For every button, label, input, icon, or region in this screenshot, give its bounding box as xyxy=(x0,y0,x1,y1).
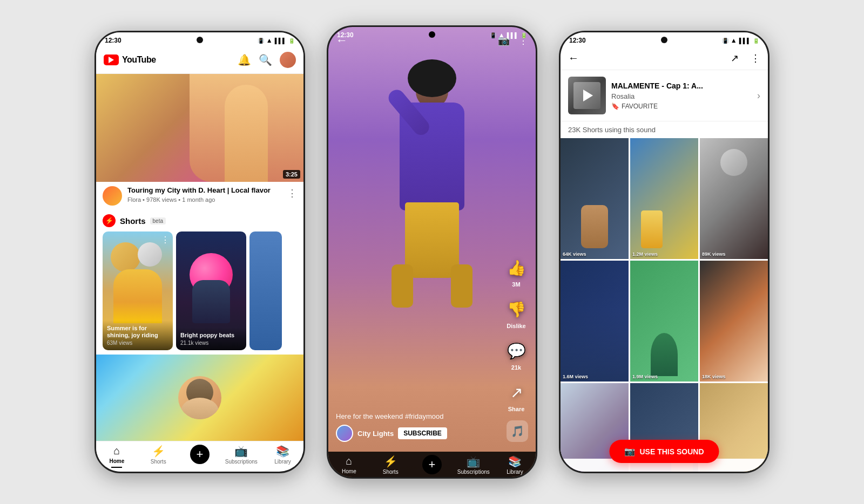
add-button[interactable]: + xyxy=(190,445,210,464)
like-count: 3M xyxy=(512,281,520,288)
avatar[interactable] xyxy=(280,52,296,68)
yt-logo-text: YouTube xyxy=(122,55,156,65)
clip-views-6: 18K views xyxy=(702,374,726,379)
search-icon[interactable]: 🔍 xyxy=(259,53,272,66)
nav-library[interactable]: 📚 Library xyxy=(262,445,303,465)
use-sound-container: 📷 USE THIS SOUND xyxy=(561,459,768,472)
add-button-2[interactable]: + xyxy=(422,455,442,474)
subscriptions-icon: 📺 xyxy=(234,445,248,458)
shorts-logo-icon: ⚡ xyxy=(103,214,116,227)
sound-artist: Rosalia xyxy=(611,92,752,100)
status-bar-1: 12:30 📳 ▲ ▌▌▌ 🔋 xyxy=(96,32,303,46)
signal-icon-3: ▌▌▌ xyxy=(739,38,751,44)
video-title[interactable]: Touring my City with D. Heart | Local fl… xyxy=(127,186,271,195)
more-icon-3[interactable]: ⋮ xyxy=(751,52,760,64)
nav-shorts-label-2: Shorts xyxy=(383,469,399,475)
status-bar-3: 12:30 📳 ▲ ▌▌▌ 🔋 xyxy=(561,32,768,46)
nav-add-2[interactable]: + xyxy=(411,455,453,475)
status-icons-1: 📳 ▲ ▌▌▌ 🔋 xyxy=(258,37,295,44)
short-card-3-partial[interactable] xyxy=(249,231,282,350)
phone-1-screen: 12:30 📳 ▲ ▌▌▌ 🔋 YouTube 🔔 🔍 xyxy=(96,32,303,472)
library-icon-2: 📚 xyxy=(508,455,522,468)
clip-views-1: 64K views xyxy=(563,251,586,257)
player-caption: Here for the weekend #fridaymood xyxy=(336,412,498,420)
bookmark-icon: 🔖 xyxy=(611,103,619,110)
sound-thumbnail[interactable] xyxy=(568,77,606,114)
player-channel: City Lights SUBSCRIBE xyxy=(336,425,498,442)
nav-subs-2[interactable]: 📺 Subscriptions xyxy=(453,455,494,475)
back-icon-3[interactable]: ← xyxy=(568,52,579,64)
yt-header: YouTube 🔔 🔍 xyxy=(96,46,303,74)
nav-home-label-2: Home xyxy=(342,468,356,474)
player-channel-name: City Lights xyxy=(357,430,394,438)
more-options-icon[interactable]: ⋮ xyxy=(287,186,297,199)
comments-button[interactable]: 💬 21k xyxy=(504,339,528,371)
dislike-button[interactable]: 👎 Dislike xyxy=(504,297,528,329)
punch-hole-2 xyxy=(429,31,435,38)
subscribe-button[interactable]: SUBSCRIBE xyxy=(398,427,447,439)
clip-views-3: 89K views xyxy=(702,251,726,257)
clip-views-5: 1.9M views xyxy=(632,374,658,379)
player-bottom-info: Here for the weekend #fridaymood City Li… xyxy=(336,412,498,442)
chevron-right-icon[interactable]: › xyxy=(757,90,760,101)
sound-clip-1[interactable]: 64K views xyxy=(561,138,629,259)
nav-home[interactable]: ⌂ Home xyxy=(96,445,138,465)
video-meta: Flora • 978K views • 1 month ago xyxy=(127,196,271,203)
video-duration: 3:25 xyxy=(283,170,300,179)
like-button[interactable]: 👍 3M xyxy=(504,256,528,288)
short-card-2[interactable]: Bright poppy beats 21.1k views xyxy=(176,231,246,350)
nav-add[interactable]: + xyxy=(179,445,221,465)
share-icon-3[interactable]: ↗ xyxy=(731,52,739,64)
play-icon xyxy=(583,90,593,101)
phone-2: 12:30 📳 ▲ ▌▌▌ 🔋 ← 📷 ⋮ 👍 xyxy=(327,25,537,479)
use-sound-button[interactable]: 📷 USE THIS SOUND xyxy=(609,440,719,463)
big-thumbnail[interactable] xyxy=(96,355,303,441)
sound-clip-6[interactable]: 18K views xyxy=(700,261,768,382)
vibrate-icon-3: 📳 xyxy=(722,38,728,44)
status-bar-2: 12:30 📳 ▲ ▌▌▌ 🔋 xyxy=(328,27,536,41)
status-icons-3: 📳 ▲ ▌▌▌ 🔋 xyxy=(722,37,759,44)
battery-icon-2: 🔋 xyxy=(521,32,527,38)
clip-views-4: 1.6M views xyxy=(563,374,588,379)
nav-library-2[interactable]: 📚 Library xyxy=(494,455,536,475)
nav-shorts[interactable]: ⚡ Shorts xyxy=(138,445,179,465)
music-icon-button[interactable]: 🎵 xyxy=(507,420,528,442)
vibrate-icon: 📳 xyxy=(258,38,264,44)
sound-clip-5[interactable]: 1.9M views xyxy=(630,261,698,382)
nav-subs-label-2: Subscriptions xyxy=(457,469,490,475)
share-label: Share xyxy=(508,406,525,412)
sound-favourite[interactable]: 🔖 FAVOURITE xyxy=(611,103,752,110)
clip-views-2: 1.2M views xyxy=(632,251,658,257)
channel-avatar[interactable] xyxy=(103,186,122,206)
comments-icon: 💬 xyxy=(504,339,528,363)
nav-subscriptions[interactable]: 📺 Subscriptions xyxy=(220,445,262,465)
notification-icon[interactable]: 🔔 xyxy=(238,53,251,66)
sound-info: MALAMENTE - Cap 1: A... Rosalia 🔖 FAVOUR… xyxy=(611,81,752,110)
wifi-icon-3: ▲ xyxy=(731,37,737,44)
player-avatar[interactable] xyxy=(336,425,353,442)
sound-clip-4[interactable]: 1.6M views xyxy=(561,261,629,382)
video-thumb[interactable] xyxy=(96,74,303,182)
video-details: Touring my City with D. Heart | Local fl… xyxy=(127,186,271,203)
phones-container: 12:30 📳 ▲ ▌▌▌ 🔋 YouTube 🔔 🔍 xyxy=(0,0,864,504)
wifi-icon: ▲ xyxy=(266,37,273,44)
signal-icon-2: ▌▌▌ xyxy=(507,32,518,38)
short-card-1[interactable]: ⋮ Summer is for shining, joy riding 63M … xyxy=(103,231,173,350)
short-card-title-2: Bright poppy beats xyxy=(180,332,242,339)
player-actions-right: 👍 3M 👎 Dislike 💬 21k ↗ Share xyxy=(504,256,528,412)
phone-2-screen: 12:30 📳 ▲ ▌▌▌ 🔋 ← 📷 ⋮ 👍 xyxy=(328,27,536,477)
wifi-icon-2: ▲ xyxy=(498,31,505,39)
bottom-nav-1: ⌂ Home ⚡ Shorts + 📺 Subscriptions 📚 Libr… xyxy=(96,441,303,467)
shorts-title: Shorts xyxy=(120,216,146,226)
sound-clip-3[interactable]: 89K views xyxy=(700,138,768,259)
nav-home-2[interactable]: ⌂ Home xyxy=(328,455,370,475)
nav-shorts-label: Shorts xyxy=(151,459,166,465)
nav-home-label: Home xyxy=(110,458,125,464)
dislike-icon: 👎 xyxy=(504,297,528,321)
short-card-more-icon[interactable]: ⋮ xyxy=(161,235,170,245)
short-card-overlay-2: Bright poppy beats 21.1k views xyxy=(176,328,246,350)
share-button[interactable]: ↗ Share xyxy=(504,380,528,412)
nav-shorts-2[interactable]: ⚡ Shorts xyxy=(370,455,411,475)
sound-clip-2[interactable]: 1.2M views xyxy=(630,138,698,259)
short-card-overlay-1: Summer is for shining, joy riding 63M vi… xyxy=(103,321,173,350)
